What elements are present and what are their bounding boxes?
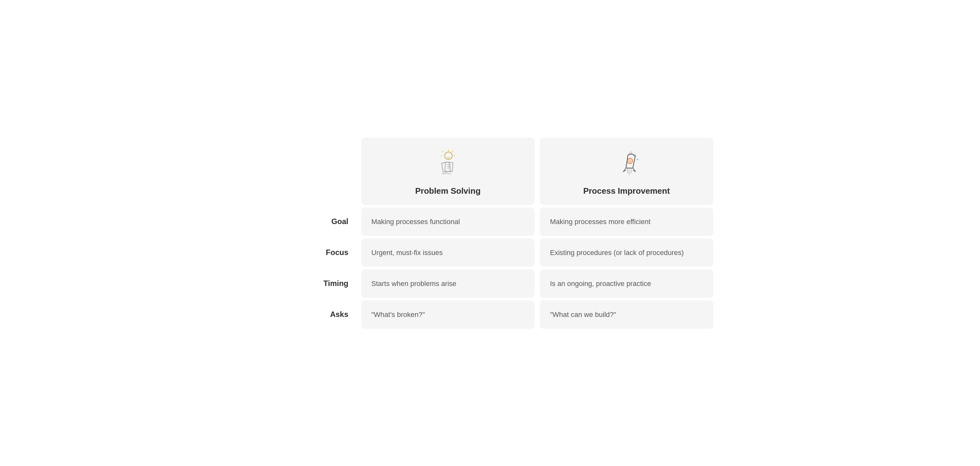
asks-label-cell: Asks — [267, 301, 356, 328]
timing-col2-text: Is an ongoing, proactive practice — [550, 279, 651, 287]
bulb-icon — [432, 148, 464, 180]
asks-row: Asks "What's broken?" "What can we build… — [267, 300, 713, 329]
asks-col1-cell: "What's broken?" — [361, 300, 535, 329]
svg-point-5 — [445, 152, 452, 159]
asks-col2-text: "What can we build?" — [550, 311, 616, 319]
focus-col1-text: Urgent, must-fix issues — [371, 249, 443, 257]
focus-label-cell: Focus — [267, 239, 356, 266]
goal-label-cell: Goal — [267, 208, 356, 235]
svg-line-2 — [447, 164, 451, 165]
timing-label-cell: Timing — [267, 270, 356, 297]
asks-col2-cell: "What can we build?" — [540, 300, 713, 329]
header-row: Problem Solving — [267, 137, 713, 205]
timing-col2-cell: Is an ongoing, proactive practice — [540, 270, 713, 298]
focus-col2-text: Existing procedures (or lack of procedur… — [550, 249, 684, 257]
svg-rect-0 — [442, 162, 450, 172]
header-empty-cell — [267, 137, 356, 205]
svg-line-7 — [452, 151, 453, 152]
svg-line-3 — [447, 166, 451, 167]
timing-label: Timing — [323, 279, 348, 288]
svg-point-16 — [629, 160, 631, 162]
goal-col1-cell: Making processes functional — [361, 207, 535, 236]
focus-col2-cell: Existing procedures (or lack of procedur… — [540, 238, 713, 267]
goal-col1-text: Making processes functional — [371, 218, 460, 226]
problem-solving-title: Problem Solving — [415, 186, 480, 196]
goal-col2-cell: Making processes more efficient — [540, 207, 713, 236]
svg-point-15 — [627, 158, 633, 163]
comparison-table: Problem Solving — [267, 137, 713, 329]
timing-col1-cell: Starts when problems arise — [361, 270, 535, 298]
goal-row: Goal Making processes functional Making … — [267, 207, 713, 236]
svg-line-9 — [442, 151, 444, 152]
asks-col1-text: "What's broken?" — [371, 311, 425, 319]
timing-col1-text: Starts when problems arise — [371, 279, 457, 287]
asks-label: Asks — [330, 310, 348, 319]
rocket-icon — [611, 148, 643, 180]
process-improvement-header: Process Improvement — [540, 137, 713, 205]
focus-col1-cell: Urgent, must-fix issues — [361, 238, 535, 267]
goal-col2-text: Making processes more efficient — [550, 218, 651, 226]
goal-label: Goal — [331, 217, 348, 226]
focus-label: Focus — [326, 248, 348, 257]
problem-solving-header: Problem Solving — [361, 137, 535, 205]
timing-row: Timing Starts when problems arise Is an … — [267, 270, 713, 298]
data-rows: Goal Making processes functional Making … — [267, 207, 713, 329]
focus-row: Focus Urgent, must-fix issues Existing p… — [267, 238, 713, 267]
process-improvement-title: Process Improvement — [583, 186, 670, 196]
